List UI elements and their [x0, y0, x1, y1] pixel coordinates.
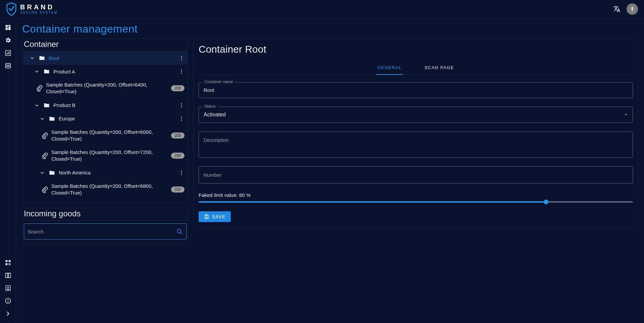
faked-limit-slider-row: Faked limit value: 80 % — [199, 192, 633, 203]
count-badge: 200 — [171, 186, 184, 193]
tree-node-europe[interactable]: Europe — [23, 112, 187, 125]
caret-down-icon — [624, 113, 628, 117]
incoming-panel-title: Incoming goods — [23, 208, 187, 221]
status-select[interactable]: Activated — [204, 107, 628, 122]
more-vert-icon[interactable] — [178, 55, 184, 61]
folder-icon — [49, 115, 55, 122]
tree-node-label: Root — [49, 55, 175, 61]
tree-leaf-label: Sample Batches (Quantity=200, Offset=680… — [51, 183, 168, 197]
user-avatar[interactable] — [627, 3, 638, 15]
search-input[interactable] — [28, 229, 176, 234]
chevron-down-icon — [39, 170, 45, 176]
sidebar-info[interactable] — [4, 297, 12, 305]
tree-leaf-batch[interactable]: Sample Batches (Quantity=200, Offset=720… — [23, 146, 187, 166]
description-field[interactable]: Description — [199, 131, 633, 158]
attachment-icon — [41, 132, 48, 139]
tab-scan-page[interactable]: SCAN PAGE — [423, 61, 455, 74]
tree-leaf-label: Sample Batches (Quantity=200, Offset=640… — [46, 82, 168, 95]
detail-title: Container Root — [199, 44, 633, 55]
save-button[interactable]: SAVE — [199, 211, 231, 222]
slider-thumb[interactable] — [544, 200, 548, 204]
more-vert-icon[interactable] — [178, 170, 184, 176]
status-value: Activated — [204, 112, 226, 118]
svg-point-22 — [181, 118, 182, 119]
logo-sub-text: SECURE SYSTEM — [20, 11, 58, 14]
page-title: Container management — [22, 23, 638, 35]
slider-label: Faked limit value: 80 % — [199, 192, 633, 198]
detail-tabs: GENERAL SCAN PAGE — [199, 61, 633, 75]
tab-general[interactable]: GENERAL — [376, 61, 403, 75]
svg-point-15 — [181, 69, 182, 70]
tree-node-north-america[interactable]: North America — [23, 166, 187, 179]
search-icon[interactable] — [176, 228, 183, 235]
svg-point-18 — [181, 103, 182, 104]
qr-icon — [5, 259, 11, 266]
gear-icon — [5, 37, 11, 44]
folder-icon — [43, 102, 50, 109]
svg-point-23 — [181, 120, 182, 121]
svg-rect-2 — [8, 52, 8, 55]
container-name-input[interactable] — [204, 83, 628, 98]
tree-leaf-batch[interactable]: Sample Batches (Quantity=200, Offset=680… — [23, 179, 187, 200]
chevron-down-icon — [34, 68, 40, 74]
accessibility-icon — [629, 6, 636, 12]
app-header: BRAND SECURE SYSTEM — [0, 0, 644, 18]
svg-rect-11 — [8, 299, 8, 300]
more-vert-icon[interactable] — [178, 116, 184, 122]
translate-icon[interactable] — [613, 5, 621, 13]
count-badge: 200 — [171, 153, 184, 159]
stack-icon — [5, 62, 11, 69]
container-panel-title: Container — [23, 39, 187, 51]
svg-point-20 — [181, 106, 182, 107]
folder-icon — [49, 169, 55, 176]
svg-point-21 — [181, 116, 182, 117]
svg-rect-4 — [5, 63, 10, 65]
svg-point-26 — [181, 174, 182, 175]
svg-rect-1 — [6, 53, 7, 54]
tree-leaf-batch[interactable]: Sample Batches (Quantity=200, Offset=640… — [23, 78, 187, 99]
folder-icon — [39, 55, 45, 61]
sidebar-expand[interactable] — [4, 310, 12, 318]
chevron-down-icon — [34, 102, 40, 108]
chevron-down-icon — [29, 55, 35, 61]
sidebar-dashboard[interactable] — [4, 23, 12, 32]
field-label: Description — [204, 132, 229, 148]
status-field[interactable]: Status Activated — [199, 107, 633, 123]
more-vert-icon[interactable] — [178, 102, 184, 108]
logo-brand-text: BRAND — [20, 4, 58, 10]
number-field[interactable]: Number — [199, 166, 633, 183]
sidebar-scan[interactable] — [4, 259, 12, 267]
tree-leaf-batch[interactable]: Sample Batches (Quantity=200, Offset=600… — [23, 125, 187, 146]
attachment-icon — [41, 186, 48, 193]
search-field[interactable] — [24, 223, 186, 239]
container-tree-panel: Container Root Product A Sa — [22, 39, 188, 203]
tree-leaf-label: Sample Batches (Quantity=200, Offset=720… — [51, 149, 168, 163]
svg-point-19 — [181, 105, 182, 106]
nav-sidebar — [0, 18, 16, 323]
sidebar-containers[interactable] — [4, 62, 12, 70]
chevron-down-icon — [39, 116, 45, 122]
count-badge: 200 — [171, 132, 184, 139]
sidebar-users[interactable] — [4, 284, 12, 292]
tree-node-label: Europe — [59, 116, 175, 121]
slider-track[interactable] — [199, 201, 633, 203]
chart-icon — [5, 50, 11, 56]
container-name-field[interactable]: Container name — [199, 82, 633, 98]
attachment-icon — [36, 85, 43, 92]
info-icon — [5, 298, 11, 304]
sidebar-docs[interactable] — [4, 271, 12, 279]
svg-point-0 — [632, 6, 633, 7]
tree-node-root[interactable]: Root — [23, 51, 187, 65]
sidebar-settings[interactable] — [4, 36, 12, 44]
sidebar-reports[interactable] — [4, 49, 12, 57]
svg-point-14 — [181, 59, 182, 60]
tree-node-product-b[interactable]: Product B — [23, 99, 187, 112]
svg-rect-5 — [5, 66, 10, 68]
svg-rect-3 — [9, 52, 9, 54]
more-vert-icon[interactable] — [178, 68, 184, 74]
svg-line-28 — [180, 232, 182, 234]
count-badge: 200 — [171, 85, 184, 91]
tree-node-product-a[interactable]: Product A — [23, 65, 187, 78]
svg-point-25 — [181, 172, 182, 173]
book-icon — [5, 272, 11, 279]
